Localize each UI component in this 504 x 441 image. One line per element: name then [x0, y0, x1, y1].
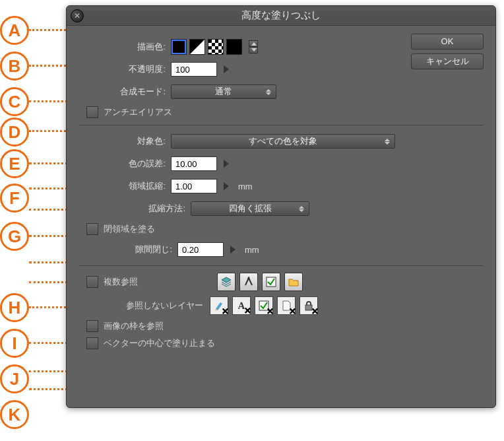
svg-point-0 [248, 277, 250, 279]
blend-label: 合成モード: [79, 86, 171, 98]
annot-j: J [0, 364, 29, 393]
opacity-input[interactable] [171, 62, 217, 77]
exclude-text-icon[interactable]: A✕ [232, 296, 251, 315]
multi-ref-checkbox[interactable] [86, 276, 98, 288]
exclude-lock-icon[interactable]: ✕ [299, 296, 318, 315]
tolerance-slider-icon[interactable] [224, 160, 229, 168]
separator-1 [79, 125, 484, 125]
target-color-dropdown[interactable]: すべての色を対象 [171, 134, 395, 149]
frame-ref-checkbox[interactable] [86, 320, 98, 332]
frame-ref-label: 画像の枠を参照 [104, 320, 164, 332]
annot-a: A [0, 16, 29, 45]
annot-i: I [0, 329, 29, 358]
draw-color-label: 描画色: [79, 41, 171, 53]
annot-d: D [0, 118, 29, 147]
annot-f: F [0, 184, 29, 213]
ref-picker-icon[interactable] [239, 273, 258, 291]
draw-color-swatches [171, 39, 258, 55]
ref-layers-icon[interactable] [217, 273, 236, 291]
ref-check-icon[interactable] [262, 273, 280, 291]
close-button[interactable]: ✕ [71, 9, 84, 22]
vector-center-label: ベクターの中心で塗り止まる [104, 337, 215, 349]
expand-slider-icon[interactable] [224, 182, 229, 190]
fill-enclosed-label: 閉領域を塗る [104, 223, 155, 235]
expand-unit: mm [238, 182, 253, 191]
antialias-checkbox[interactable] [86, 106, 98, 118]
blend-value: 通常 [215, 86, 232, 96]
cancel-button[interactable]: キャンセル [411, 53, 484, 69]
swatch-stepper[interactable] [249, 40, 258, 53]
exclude-pencil-icon[interactable]: ✕ [210, 296, 228, 315]
annot-e: E [0, 149, 29, 178]
annot-g: G [0, 222, 29, 251]
expand-method-value: 四角く拡張 [229, 203, 272, 213]
annot-k: K [0, 400, 29, 429]
swatch-black[interactable] [226, 39, 242, 55]
target-color-value: すべての色を対象 [249, 136, 317, 146]
dialog-title: 高度な塗りつぶし [241, 9, 321, 20]
dialog-titlebar: ✕ 高度な塗りつぶし [67, 6, 495, 26]
expand-input[interactable] [171, 179, 217, 193]
ok-button[interactable]: OK [411, 34, 484, 50]
gap-close-slider-icon[interactable] [230, 246, 236, 254]
annot-b: B [0, 51, 29, 81]
annot-c: C [0, 87, 29, 116]
gap-close-unit: mm [245, 245, 259, 255]
fill-enclosed-checkbox[interactable] [86, 223, 98, 235]
gap-close-input[interactable] [177, 242, 224, 257]
swatch-checker[interactable] [208, 39, 224, 55]
swatch-fgbg[interactable] [189, 39, 205, 55]
annot-h: H [0, 293, 29, 322]
exclude-layers-label: 参照しないレイヤー [126, 300, 203, 312]
opacity-label: 不透明度: [79, 63, 171, 75]
advanced-fill-dialog: ✕ 高度な塗りつぶし OK キャンセル 描画色: 不透明度: 合成モ [66, 5, 496, 408]
swatch-primary[interactable] [171, 39, 187, 55]
expand-method-label: 拡縮方法: [79, 203, 191, 215]
blend-dropdown[interactable]: 通常 [171, 85, 276, 99]
target-color-label: 対象色: [79, 135, 171, 147]
ref-folder-icon[interactable] [284, 273, 303, 291]
tolerance-label: 色の誤差: [79, 158, 171, 170]
expand-method-dropdown[interactable]: 四角く拡張 [191, 201, 309, 216]
vector-center-checkbox[interactable] [86, 337, 98, 349]
antialias-label: アンチエイリアス [104, 106, 172, 118]
multi-ref-label: 複数参照 [104, 276, 138, 288]
gap-close-label: 隙間閉じ: [79, 244, 177, 255]
expand-label: 領域拡縮: [79, 180, 171, 192]
opacity-slider-icon[interactable] [224, 65, 229, 73]
separator-2 [79, 265, 484, 266]
tolerance-input[interactable] [171, 156, 217, 171]
exclude-paper-icon[interactable]: ✕ [277, 296, 296, 315]
exclude-check-icon[interactable]: ✕ [255, 296, 273, 315]
